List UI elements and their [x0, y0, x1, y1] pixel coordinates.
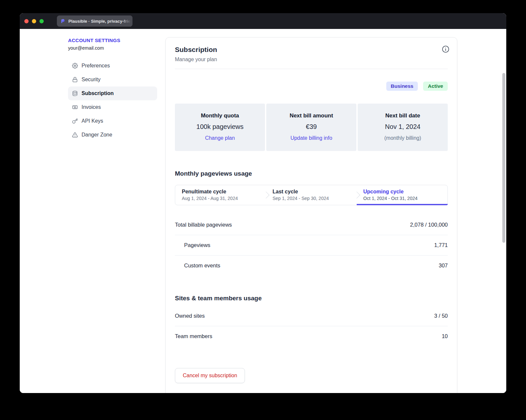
tab-last-cycle[interactable]: Last cycle Sep 1, 2024 - Sep 30, 2024	[266, 185, 357, 205]
sites-usage-heading: Sites & team members usage	[175, 295, 448, 302]
window-controls	[20, 19, 62, 23]
stat-value: Nov 1, 2024	[361, 123, 444, 131]
stat-label: Next bill amount	[270, 112, 353, 119]
stat-label: Next bill date	[361, 112, 444, 119]
cycle-tab-title: Last cycle	[273, 189, 353, 195]
tab-penultimate-cycle[interactable]: Penultimate cycle Aug 1, 2024 - Aug 31, …	[175, 185, 266, 205]
change-plan-link[interactable]: Change plan	[205, 135, 235, 141]
table-row-team-members: Team members 10	[175, 326, 448, 346]
table-row-custom-events: Custom events 307	[175, 256, 448, 276]
minimize-window-button[interactable]	[32, 19, 36, 23]
status-badge: Active	[423, 82, 448, 91]
window-titlebar: Plausible · Simple, privacy-frien	[20, 13, 506, 29]
account-settings-title: ACCOUNT SETTINGS	[68, 37, 157, 43]
cycle-tab-range: Aug 1, 2024 - Aug 31, 2024	[182, 196, 263, 201]
cycle-tab-range: Sep 1, 2024 - Sep 30, 2024	[273, 196, 353, 201]
plan-badge: Business	[386, 82, 418, 91]
account-email: your@email.com	[68, 45, 157, 51]
cycle-tab-range: Oct 1, 2024 - Oct 31, 2024	[363, 196, 444, 201]
billing-cycle-tabs: Penultimate cycle Aug 1, 2024 - Aug 31, …	[175, 185, 448, 205]
stat-value: €39	[270, 123, 353, 131]
sidebar-item-security[interactable]: Security	[68, 73, 157, 86]
sidebar-item-label: API Keys	[82, 118, 103, 124]
table-row-pageviews: Pageviews 1,771	[175, 235, 448, 256]
row-value: 1,771	[434, 242, 448, 248]
banknote-icon	[72, 104, 78, 110]
sidebar-item-label: Preferences	[82, 63, 110, 69]
row-label: Team members	[175, 333, 212, 339]
sidebar-item-danger-zone[interactable]: Danger Zone	[68, 128, 157, 142]
plan-badges: Business Active	[175, 82, 448, 91]
stat-monthly-quota: Monthly quota 100k pageviews Change plan	[175, 104, 265, 151]
row-value: 307	[439, 262, 448, 269]
tab-title: Plausible · Simple, privacy-frien	[68, 19, 132, 24]
info-icon[interactable]	[442, 45, 450, 53]
row-label: Pageviews	[184, 242, 210, 248]
sidebar-item-preferences[interactable]: Preferences	[68, 59, 157, 73]
browser-window: Plausible · Simple, privacy-frien ACCOUN…	[20, 13, 506, 393]
lock-icon	[72, 77, 78, 83]
table-row-owned-sites: Owned sites 3 / 50	[175, 306, 448, 326]
tab-upcoming-cycle[interactable]: Upcoming cycle Oct 1, 2024 - Oct 31, 202…	[357, 185, 447, 205]
sidebar-item-label: Security	[82, 77, 101, 83]
close-window-button[interactable]	[24, 19, 29, 23]
pageviews-usage-table: Total billable pageviews 2,078 / 100,000…	[175, 215, 448, 276]
row-value: 2,078 / 100,000	[410, 222, 448, 228]
stat-next-bill-amount: Next bill amount €39 Update billing info	[266, 104, 356, 151]
sidebar-item-label: Invoices	[82, 104, 101, 110]
page-content: ACCOUNT SETTINGS your@email.com Preferen…	[20, 29, 506, 393]
update-billing-info-link[interactable]: Update billing info	[290, 135, 332, 141]
pageviews-usage-heading: Monthly pageviews usage	[175, 170, 448, 177]
database-icon	[72, 90, 78, 96]
row-value: 3 / 50	[434, 313, 448, 319]
stat-next-bill-date: Next bill date Nov 1, 2024 (monthly bill…	[358, 104, 448, 151]
sidebar-item-label: Subscription	[82, 90, 114, 96]
plausible-favicon-icon	[60, 18, 65, 24]
cancel-subscription-button[interactable]: Cancel my subscription	[175, 368, 245, 383]
sidebar-item-api-keys[interactable]: API Keys	[68, 114, 157, 128]
scrollbar-thumb[interactable]	[502, 73, 505, 243]
sites-usage-table: Owned sites 3 / 50 Team members 10	[175, 306, 448, 346]
sidebar: ACCOUNT SETTINGS your@email.com Preferen…	[68, 37, 157, 142]
row-value: 10	[442, 333, 448, 339]
stat-label: Monthly quota	[178, 112, 262, 119]
gear-icon	[72, 63, 78, 69]
stat-value: 100k pageviews	[178, 123, 262, 131]
header-divider	[175, 69, 448, 69]
zoom-window-button[interactable]	[39, 19, 44, 23]
billing-interval-note: (monthly billing)	[361, 135, 444, 141]
sidebar-item-invoices[interactable]: Invoices	[68, 100, 157, 114]
billing-stats: Monthly quota 100k pageviews Change plan…	[175, 104, 448, 151]
settings-nav: Preferences Security	[68, 59, 157, 142]
sidebar-item-label: Danger Zone	[82, 132, 112, 138]
row-label: Total billable pageviews	[175, 222, 232, 228]
sidebar-item-subscription[interactable]: Subscription	[68, 86, 157, 100]
key-icon	[72, 118, 78, 124]
page-title: Subscription	[175, 46, 448, 54]
warning-icon	[72, 132, 78, 138]
subscription-card: Subscription Manage your plan Business A…	[165, 37, 457, 393]
table-row-total-billable: Total billable pageviews 2,078 / 100,000	[175, 215, 448, 235]
browser-tab[interactable]: Plausible · Simple, privacy-frien	[57, 15, 132, 27]
page-subtitle: Manage your plan	[175, 57, 448, 62]
cycle-tab-title: Upcoming cycle	[363, 189, 444, 195]
cycle-tab-title: Penultimate cycle	[182, 189, 263, 195]
row-label: Owned sites	[175, 313, 205, 319]
row-label: Custom events	[184, 262, 220, 269]
